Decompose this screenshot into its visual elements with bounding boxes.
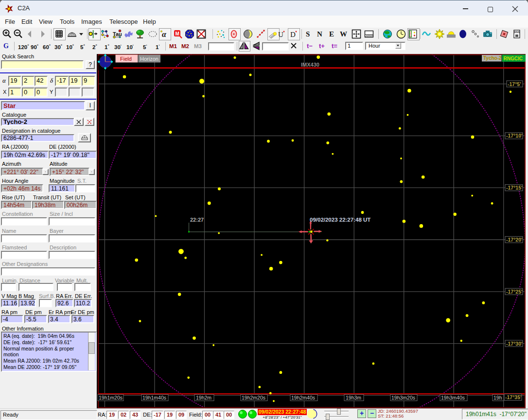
svg-text:19h2m20s: 19h2m20s	[242, 395, 265, 401]
svg-text:Field: Field	[120, 56, 132, 62]
svg-text:19h1m40s: 19h1m40s	[142, 395, 166, 401]
svg-text:19h2m: 19h2m	[196, 395, 211, 401]
svg-text:Tycho-2: Tycho-2	[483, 55, 502, 61]
svg-text:U: U	[278, 31, 283, 38]
svg-text:22:27: 22:27	[190, 217, 204, 223]
svg-text:-17°5': -17°5'	[508, 81, 521, 87]
svg-text:19h3m40s: 19h3m40s	[441, 395, 465, 401]
svg-text:19h1m20s: 19h1m20s	[99, 395, 123, 401]
svg-text:α: α	[162, 30, 167, 38]
svg-text:-17°15': -17°15'	[506, 185, 523, 191]
svg-text:-17°25': -17°25'	[506, 289, 523, 295]
svg-text:D: D	[290, 31, 296, 38]
svg-text:-17°30': -17°30'	[506, 341, 523, 347]
svg-text:19h2m40s: 19h2m40s	[291, 395, 315, 401]
svg-text:-17°35': -17°35'	[505, 394, 522, 400]
svg-text:IMX430: IMX430	[301, 62, 319, 68]
svg-text:-17°20': -17°20'	[506, 237, 523, 243]
svg-text:19h3m: 19h3m	[346, 395, 361, 401]
svg-text:19h3m20s: 19h3m20s	[391, 395, 415, 401]
svg-text:19h: 19h	[493, 395, 502, 401]
svg-text:M: M	[176, 31, 179, 36]
svg-text:DSS: DSS	[514, 31, 520, 34]
svg-text:RNGCIC: RNGCIC	[504, 56, 523, 61]
svg-text:Horizon: Horizon	[140, 56, 158, 62]
svg-text:-17°10': -17°10'	[506, 133, 523, 139]
svg-text:09/02/2023 22:27:48 UT: 09/02/2023 22:27:48 UT	[310, 217, 370, 223]
